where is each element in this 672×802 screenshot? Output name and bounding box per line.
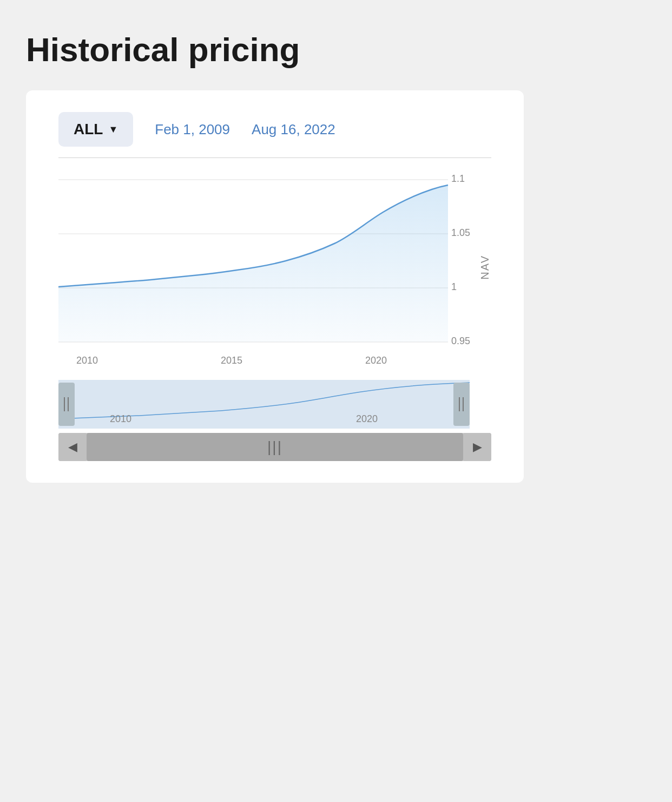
svg-text:2010: 2010: [76, 355, 98, 366]
svg-text:2020: 2020: [356, 413, 378, 424]
chart-card: ALL ▼ Feb 1, 2009 Aug 16, 2022: [26, 90, 524, 483]
navigator-left-handle[interactable]: [58, 383, 75, 426]
chart-area: 1.1 1.05 1 0.95 2010 2015 2020: [58, 163, 491, 461]
date-end-label: Aug 16, 2022: [252, 121, 335, 138]
scrollbar: ◀ ||| ▶: [58, 433, 491, 461]
svg-text:1.1: 1.1: [451, 173, 465, 184]
page-title: Historical pricing: [26, 30, 646, 69]
svg-text:0.95: 0.95: [451, 336, 470, 346]
controls-row: ALL ▼ Feb 1, 2009 Aug 16, 2022: [58, 112, 491, 147]
scrollbar-right-button[interactable]: ▶: [463, 433, 491, 461]
main-chart-container: 1.1 1.05 1 0.95 2010 2015 2020: [58, 163, 491, 371]
nav-label-wrapper: NAV: [473, 163, 491, 371]
all-button-label: ALL: [74, 121, 103, 138]
scrollbar-left-button[interactable]: ◀: [58, 433, 87, 461]
svg-text:2020: 2020: [365, 355, 387, 366]
svg-text:2010: 2010: [110, 413, 131, 424]
navigator-svg: 2010 2020: [58, 380, 470, 429]
all-button[interactable]: ALL ▼: [58, 112, 133, 147]
scrollbar-thumb[interactable]: |||: [87, 433, 463, 461]
svg-text:1: 1: [451, 281, 457, 292]
divider: [58, 157, 491, 158]
page: Historical pricing ALL ▼ Feb 1, 2009 Aug…: [0, 0, 672, 515]
right-arrow-icon: ▶: [473, 440, 482, 454]
date-start-label: Feb 1, 2009: [155, 121, 230, 138]
nav-axis-label: NAV: [479, 255, 491, 280]
left-arrow-icon: ◀: [68, 440, 77, 454]
scrollbar-thumb-icon: |||: [267, 438, 282, 456]
navigator-right-handle[interactable]: [453, 383, 470, 426]
svg-text:1.05: 1.05: [451, 227, 470, 238]
main-chart-svg-element: 1.1 1.05 1 0.95 2010 2015 2020: [58, 163, 470, 369]
navigator-svg-wrap: 2010 2020: [58, 380, 491, 431]
navigator-container: 2010 2020 ◀ ||| ▶: [58, 380, 491, 461]
chevron-down-icon: ▼: [108, 124, 118, 135]
main-chart-svg: 1.1 1.05 1 0.95 2010 2015 2020: [58, 163, 473, 371]
svg-text:2015: 2015: [221, 355, 242, 366]
